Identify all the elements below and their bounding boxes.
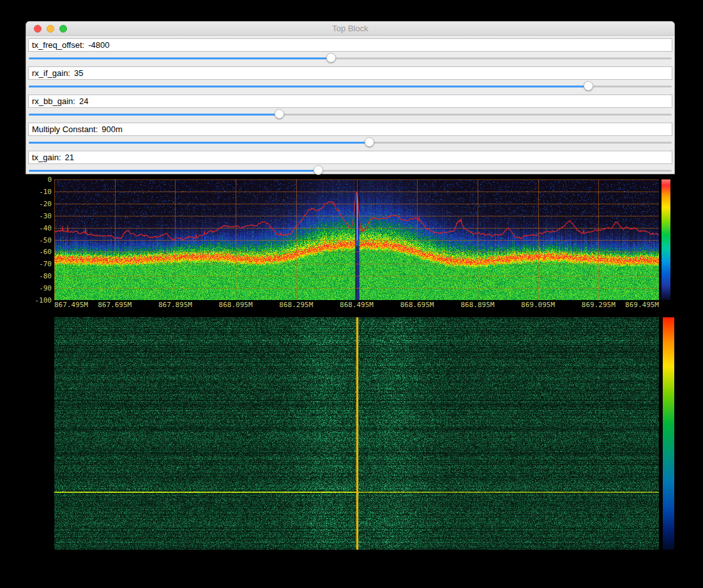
slider bbox=[29, 80, 672, 93]
range-label: rx_bb_gain: bbox=[29, 96, 78, 106]
y-tick: -30 bbox=[39, 211, 52, 220]
slider-fill bbox=[29, 57, 331, 59]
range-value-input[interactable] bbox=[87, 40, 672, 50]
range-field-row: tx_gain: bbox=[28, 151, 672, 164]
y-tick: -70 bbox=[39, 260, 52, 268]
fft-plot-canvas[interactable] bbox=[54, 179, 659, 300]
zoom-button[interactable] bbox=[59, 25, 67, 33]
slider bbox=[29, 136, 672, 149]
range-control-multiply-constant: Multiply Constant: bbox=[26, 123, 674, 150]
x-tick: 868.895M bbox=[460, 301, 494, 309]
slider-fill bbox=[29, 170, 318, 172]
window-title-bar[interactable]: Top Block bbox=[26, 22, 674, 36]
y-tick: -90 bbox=[39, 284, 52, 292]
fft-y-axis: 0 -10 -20 -30 -40 -50 -60 -70 -80 -90 -1… bbox=[26, 179, 52, 300]
controls-panel: tx_freq_offset: rx_if_gain: rx_bb_ bbox=[26, 36, 674, 178]
minimize-button[interactable] bbox=[47, 25, 54, 33]
range-control-rx-bb-gain: rx_bb_gain: bbox=[26, 94, 674, 122]
y-tick: -40 bbox=[39, 223, 52, 232]
window-title: Top Block bbox=[26, 24, 674, 33]
range-value-input[interactable] bbox=[73, 68, 672, 79]
slider-handle[interactable] bbox=[275, 109, 284, 119]
slider-fill bbox=[29, 86, 588, 87]
x-tick: 867.695M bbox=[98, 301, 132, 309]
range-field-row: tx_freq_offset: bbox=[28, 38, 672, 52]
top-block-window: Top Block tx_freq_offset: rx_if_gain: bbox=[26, 21, 675, 174]
range-label: rx_if_gain: bbox=[29, 68, 73, 78]
slider-handle[interactable] bbox=[326, 53, 336, 63]
slider-handle[interactable] bbox=[365, 137, 374, 147]
range-control-tx-gain: tx_gain: bbox=[26, 151, 674, 178]
x-tick: 869.095M bbox=[521, 301, 555, 309]
y-tick: -100 bbox=[35, 296, 52, 305]
fft-x-axis: 867.495M 867.695M 867.895M 868.095M 868.… bbox=[54, 301, 659, 310]
x-tick: 868.295M bbox=[279, 301, 313, 309]
waterfall-colorbar bbox=[663, 317, 674, 550]
y-tick: 0 bbox=[47, 176, 52, 184]
range-label: Multiply Constant: bbox=[29, 124, 100, 134]
range-control-rx-if-gain: rx_if_gain: bbox=[26, 66, 674, 94]
range-value-input[interactable] bbox=[78, 96, 672, 107]
waterfall-plot-canvas[interactable] bbox=[54, 317, 659, 550]
x-tick: 869.295M bbox=[582, 301, 616, 309]
slider-fill bbox=[29, 142, 370, 144]
close-button[interactable] bbox=[34, 25, 42, 33]
slider-handle[interactable] bbox=[314, 165, 323, 175]
range-field-row: rx_if_gain: bbox=[28, 66, 672, 80]
slider bbox=[29, 52, 672, 65]
y-tick: -10 bbox=[39, 187, 52, 195]
fft-colorbar bbox=[661, 179, 670, 300]
slider-handle[interactable] bbox=[584, 81, 593, 91]
slider-fill bbox=[29, 114, 280, 116]
range-label: tx_freq_offset: bbox=[29, 40, 87, 50]
range-field-row: Multiply Constant: bbox=[28, 123, 672, 136]
range-control-tx-freq-offset: tx_freq_offset: bbox=[26, 38, 674, 66]
range-value-input[interactable] bbox=[64, 152, 672, 163]
range-label: tx_gain: bbox=[29, 153, 64, 162]
y-tick: -20 bbox=[39, 199, 52, 207]
x-tick: 867.895M bbox=[158, 301, 192, 309]
y-tick: -50 bbox=[39, 236, 52, 244]
x-tick: 868.095M bbox=[219, 301, 253, 309]
y-tick: -80 bbox=[39, 272, 52, 280]
range-field-row: rx_bb_gain: bbox=[28, 94, 672, 108]
slider bbox=[29, 108, 672, 121]
slider bbox=[29, 164, 672, 177]
x-tick: 869.495M bbox=[625, 301, 659, 309]
x-tick: 868.695M bbox=[400, 301, 434, 309]
range-value-input[interactable] bbox=[100, 124, 672, 135]
y-tick: -60 bbox=[39, 248, 52, 256]
x-tick: 868.495M bbox=[340, 301, 374, 309]
x-tick: 867.495M bbox=[54, 301, 88, 309]
